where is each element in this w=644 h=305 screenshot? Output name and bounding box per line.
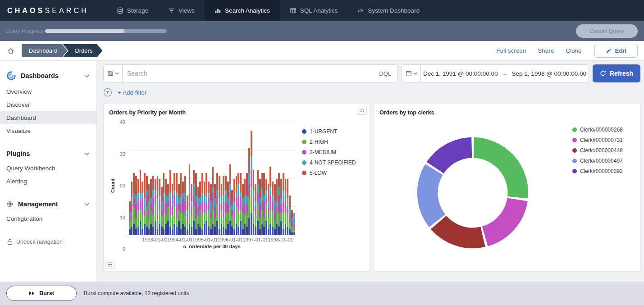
saved-queries-button[interactable] [104,65,123,82]
stacked-bar[interactable] [287,122,288,235]
breadcrumb-orders[interactable]: Orders [63,44,103,57]
stacked-bar[interactable] [169,122,171,235]
undock-navigation-button[interactable]: Undock navigation [0,235,96,249]
stacked-bar[interactable] [272,122,274,235]
sidebar-item-dashboard[interactable]: Dashboard [0,111,96,124]
stacked-bar[interactable] [159,122,160,235]
query-language-badge[interactable]: DQL [373,70,397,77]
filter-icon[interactable] [103,88,112,97]
sidebar-item-overview[interactable]: Overview [0,85,96,98]
breadcrumb-dashboard[interactable]: Dashboard [22,44,68,57]
stacked-bar[interactable] [278,122,280,235]
stacked-bar[interactable] [163,122,165,235]
sidebar-section-plugins[interactable]: Plugins [0,146,96,162]
stacked-bar[interactable] [238,122,239,235]
stacked-bar[interactable] [206,122,207,235]
stacked-bar[interactable] [201,122,203,235]
sidebar-item-configuration[interactable]: Configuration [0,212,96,225]
stacked-bar[interactable] [227,122,229,235]
legend-item[interactable]: Clerk#000000448 [572,147,635,154]
stacked-bar[interactable] [246,122,248,235]
stacked-bar[interactable] [219,122,220,235]
refresh-button[interactable]: Refresh [593,64,640,82]
stacked-bar[interactable] [197,122,199,235]
stacked-bar[interactable] [133,122,135,235]
stacked-bar[interactable] [242,122,244,235]
full-screen-link[interactable]: Full screen [496,47,526,54]
legend-item[interactable]: Clerk#000000268 [572,127,635,133]
stacked-bar[interactable] [289,122,291,235]
stacked-bar[interactable] [137,122,139,235]
stacked-bar[interactable] [142,122,143,235]
date-to[interactable]: Sep 1, 1998 @ 00:00:00.00 [510,70,589,77]
legend-item[interactable]: 2-HIGH [302,139,364,145]
stacked-bar[interactable] [161,122,163,235]
legend-item[interactable]: 1-URGENT [302,128,364,135]
stacked-bar[interactable] [180,122,182,235]
stacked-bar[interactable] [233,122,235,235]
stacked-bar[interactable] [276,122,278,235]
stacked-bar[interactable] [150,122,152,235]
stacked-bar[interactable] [283,122,284,235]
stacked-bar[interactable] [259,122,261,235]
stacked-bar[interactable] [255,122,256,235]
nav-item-views[interactable]: Views [158,0,205,21]
stacked-bar[interactable] [223,122,224,235]
sidebar-section-dashboards[interactable]: Dashboards [0,66,96,85]
stacked-bar[interactable] [146,122,148,235]
stacked-bar[interactable] [291,122,293,235]
stacked-bar[interactable] [195,122,197,235]
sidebar-section-management[interactable]: Management [0,196,96,212]
stacked-bar[interactable] [204,122,206,235]
stacked-bar[interactable] [214,122,216,235]
home-button[interactable] [0,47,22,55]
stacked-bar[interactable] [193,122,195,235]
nav-item-search-analytics[interactable]: Search Analytics [205,0,280,21]
stacked-bar[interactable] [199,122,201,235]
stacked-bar[interactable] [236,122,238,235]
nav-item-storage[interactable]: Storage [107,0,158,21]
panel-options-button[interactable] [357,107,367,115]
stacked-bar[interactable] [269,122,271,235]
date-from[interactable]: Dec 1, 1991 @ 00:00:00.00 [421,70,500,77]
stacked-bar[interactable] [221,122,223,235]
legend-item[interactable]: Clerk#000000497 [572,158,635,164]
search-input[interactable] [123,70,373,77]
stacked-bar[interactable] [240,122,242,235]
stacked-bar[interactable] [208,122,210,235]
stacked-bar[interactable] [152,122,154,235]
nav-item-system-dashboard[interactable]: System Dashboard [347,0,429,21]
stacked-bar[interactable] [135,122,137,235]
legend-toggle-button[interactable] [105,260,114,269]
stacked-bar[interactable] [257,122,259,235]
stacked-bar[interactable] [140,122,142,235]
stacked-bar[interactable] [189,122,191,235]
legend-item[interactable]: 4-NOT SPECIFIED [302,159,364,166]
edit-button[interactable]: Edit [594,44,638,58]
stacked-bar[interactable] [231,122,233,235]
stacked-bar[interactable] [155,122,156,235]
legend-item[interactable]: Clerk#000000392 [572,168,635,174]
stacked-bar[interactable] [280,122,282,235]
sidebar-item-query-workbench[interactable]: Query Workbench [0,162,96,175]
stacked-bar[interactable] [244,122,246,235]
stacked-bar[interactable] [225,122,227,235]
legend-item[interactable]: 3-MEDIUM [302,149,364,155]
sidebar-item-discover[interactable]: Discover [0,98,96,111]
legend-item[interactable]: 5-LOW [302,170,364,176]
stacked-bar[interactable] [184,122,186,235]
stacked-bar[interactable] [265,122,267,235]
stacked-bar[interactable] [157,122,159,235]
legend-item[interactable]: Clerk#000000731 [572,137,635,143]
stacked-bar[interactable] [263,122,265,235]
stacked-bar[interactable] [248,122,250,235]
stacked-bar[interactable] [174,122,175,235]
add-filter-button[interactable]: + Add filter [118,89,146,96]
sidebar-item-alerting[interactable]: Alerting [0,175,96,188]
stacked-bar[interactable] [261,122,263,235]
stacked-bar[interactable] [210,122,212,235]
stacked-bar[interactable] [182,122,184,235]
stacked-bar[interactable] [268,122,269,235]
stacked-bar[interactable] [274,122,276,235]
stacked-bar[interactable] [167,122,169,235]
